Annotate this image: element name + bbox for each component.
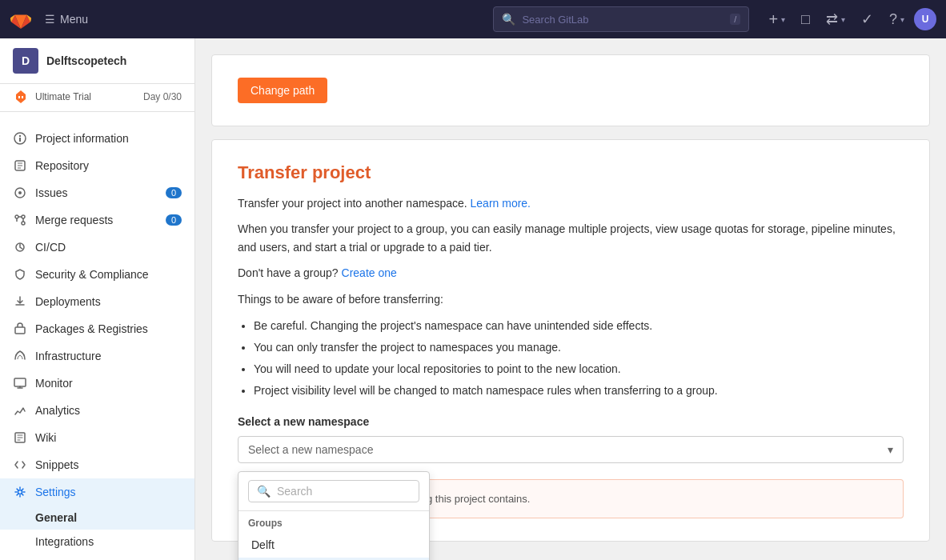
sidebar-label-issues: Issues bbox=[35, 186, 158, 199]
sidebar-item-packages[interactable]: Packages & Registries bbox=[0, 315, 194, 342]
sidebar-item-settings[interactable]: Settings bbox=[0, 478, 194, 506]
sidebar-item-issues[interactable]: Issues 0 bbox=[0, 179, 194, 206]
things-title: Things to be aware of before transferrin… bbox=[238, 290, 904, 308]
sidebar-label-wiki: Wiki bbox=[35, 431, 182, 444]
sidebar-label-settings: Settings bbox=[35, 486, 182, 498]
svg-point-7 bbox=[22, 222, 25, 225]
search-shortcut: / bbox=[730, 14, 740, 25]
sidebar-item-merge-requests[interactable]: Merge requests 0 bbox=[0, 206, 194, 234]
change-path-card: Change path bbox=[211, 54, 930, 126]
chevron-down-icon-2: ▾ bbox=[841, 15, 845, 24]
namespace-select-placeholder: Select a new namespace bbox=[248, 443, 373, 456]
wiki-icon bbox=[13, 430, 27, 445]
learn-more-link[interactable]: Learn more. bbox=[471, 197, 531, 210]
merge-requests-badge: 0 bbox=[166, 214, 182, 226]
search-input[interactable] bbox=[522, 14, 724, 26]
sidebar-label-snippets: Snippets bbox=[35, 458, 182, 471]
dropdown-item-delft[interactable]: Delft bbox=[239, 532, 429, 558]
navbar: ☰ Menu 🔍 / + ▾ □ ⇄ ▾ ✓ ? ▾ U bbox=[0, 0, 946, 38]
create-one-link[interactable]: Create one bbox=[342, 266, 397, 279]
infrastructure-icon bbox=[13, 349, 27, 363]
settings-icon bbox=[13, 485, 27, 499]
merge-requests-icon bbox=[13, 213, 27, 227]
sidebar-org-header: D Delftscopetech bbox=[0, 38, 194, 84]
bullet-2: You can only transfer the project to nam… bbox=[254, 339, 904, 356]
dropdown-search-icon: 🔍 bbox=[257, 485, 271, 498]
sidebar-label-merge-requests: Merge requests bbox=[35, 214, 158, 226]
sidebar-item-infrastructure[interactable]: Infrastructure bbox=[0, 342, 194, 370]
bullet-4: Project visibility level will be changed… bbox=[254, 382, 904, 399]
org-name: Delftscopetech bbox=[46, 54, 126, 67]
sidebar-item-deployments[interactable]: Deployments bbox=[0, 288, 194, 315]
dropdown-search-area: 🔍 bbox=[239, 472, 429, 511]
monitor-icon bbox=[13, 376, 27, 390]
svg-point-13 bbox=[18, 490, 22, 494]
transfer-title: Transfer project bbox=[238, 162, 904, 183]
appearance-icon: □ bbox=[801, 11, 810, 28]
packages-icon bbox=[13, 322, 27, 336]
main-layout: D Delftscopetech Ultimate Trial Day 0/30… bbox=[0, 38, 946, 560]
shield-icon bbox=[13, 267, 27, 282]
namespace-select[interactable]: Select a new namespace ▾ bbox=[238, 436, 904, 463]
warning-list: Be careful. Changing the project's names… bbox=[254, 318, 904, 399]
hamburger-icon: ☰ bbox=[45, 13, 55, 26]
sidebar-item-snippets[interactable]: Snippets bbox=[0, 451, 194, 478]
sidebar-item-wiki[interactable]: Wiki bbox=[0, 424, 194, 451]
svg-rect-10 bbox=[15, 327, 25, 334]
dropdown-search-inner: 🔍 bbox=[248, 480, 419, 502]
sidebar-label-monitor: Monitor bbox=[35, 377, 182, 390]
sidebar-sub-item-general[interactable]: General bbox=[0, 506, 194, 530]
sub-item-integrations-label: Integrations bbox=[35, 535, 94, 548]
deployments-icon bbox=[13, 294, 27, 309]
help-button[interactable]: ? ▾ bbox=[883, 8, 911, 31]
sidebar-item-repository[interactable]: Repository bbox=[0, 152, 194, 179]
snippets-icon bbox=[13, 458, 27, 472]
namespace-dropdown-container: Select a new namespace ▾ 🔍 Groups Delft bbox=[238, 436, 904, 463]
search-icon: 🔍 bbox=[502, 13, 515, 26]
appearance-button[interactable]: □ bbox=[795, 8, 816, 31]
issues-badge: 0 bbox=[166, 187, 182, 198]
sidebar-item-monitor[interactable]: Monitor bbox=[0, 370, 194, 397]
merge-requests-nav-button[interactable]: ⇄ ▾ bbox=[820, 7, 852, 31]
create-button[interactable]: + ▾ bbox=[762, 7, 792, 32]
no-group-text: Don't have a group? Create one bbox=[238, 264, 904, 282]
svg-point-6 bbox=[15, 215, 18, 218]
bullet-1: Be careful. Changing the project's names… bbox=[254, 318, 904, 334]
sidebar-item-analytics[interactable]: Analytics bbox=[0, 397, 194, 424]
sidebar-label-cicd: CI/CD bbox=[35, 241, 182, 254]
dropdown-search-input[interactable] bbox=[277, 485, 417, 498]
sidebar-sub-item-webhooks[interactable]: Webhooks bbox=[0, 554, 194, 560]
cicd-icon bbox=[13, 240, 27, 254]
svg-point-5 bbox=[18, 191, 22, 194]
namespace-dropdown-popup: 🔍 Groups Delft Tutorials Team Users bbox=[238, 471, 430, 560]
repository-icon bbox=[13, 158, 27, 173]
sidebar-sub-item-integrations[interactable]: Integrations bbox=[0, 530, 194, 554]
user-avatar[interactable]: U bbox=[914, 8, 936, 30]
transfer-project-card: Transfer project Transfer your project i… bbox=[211, 139, 930, 542]
main-content: Change path Transfer project Transfer yo… bbox=[195, 38, 946, 560]
sidebar-label-analytics: Analytics bbox=[35, 404, 182, 417]
sidebar-label-infrastructure: Infrastructure bbox=[35, 350, 182, 362]
change-path-button[interactable]: Change path bbox=[238, 78, 327, 103]
svg-rect-1 bbox=[19, 138, 21, 142]
info-icon bbox=[13, 131, 27, 146]
fox-icon bbox=[13, 89, 29, 105]
sidebar-item-security[interactable]: Security & Compliance bbox=[0, 261, 194, 288]
help-icon: ? bbox=[889, 11, 897, 28]
plus-icon: + bbox=[768, 10, 778, 29]
sidebar-nav: Project information Repository Issues 0 bbox=[0, 118, 194, 560]
sidebar-item-project-information[interactable]: Project information bbox=[0, 125, 194, 152]
trial-day: Day 0/30 bbox=[143, 91, 182, 102]
svg-rect-11 bbox=[14, 378, 26, 386]
menu-button[interactable]: ☰ Menu bbox=[38, 10, 94, 29]
todo-button[interactable]: ✓ bbox=[855, 7, 880, 31]
bullet-3: You will need to update your local repos… bbox=[254, 361, 904, 378]
gitlab-logo[interactable] bbox=[10, 8, 32, 30]
sidebar-item-cicd[interactable]: CI/CD bbox=[0, 234, 194, 261]
svg-point-8 bbox=[22, 215, 25, 218]
sub-item-general-label: General bbox=[35, 511, 77, 524]
trial-bar-section: Ultimate Trial Day 0/30 bbox=[0, 84, 194, 112]
menu-label: Menu bbox=[60, 13, 88, 26]
svg-rect-2 bbox=[19, 135, 21, 137]
groups-section-label: Groups bbox=[239, 511, 429, 532]
